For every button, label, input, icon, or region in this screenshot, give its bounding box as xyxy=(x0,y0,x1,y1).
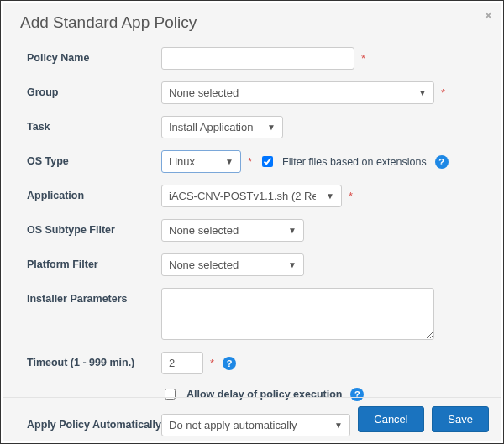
dialog-title: Add Standard App Policy xyxy=(20,13,197,31)
policy-name-input[interactable] xyxy=(161,47,354,70)
group-value: None selected xyxy=(169,86,239,99)
group-select[interactable]: None selected ▼ xyxy=(161,81,434,104)
policy-name-label: Policy Name xyxy=(27,47,161,64)
required-icon: * xyxy=(248,155,252,168)
group-label: Group xyxy=(27,81,161,98)
platform-value: None selected xyxy=(169,259,239,271)
chevron-down-icon: ▼ xyxy=(225,157,234,166)
os-type-select[interactable]: Linux ▼ xyxy=(161,150,241,173)
help-icon[interactable]: ? xyxy=(435,155,449,169)
installer-label: Installer Parameters xyxy=(27,288,161,305)
task-select[interactable]: Install Application ▼ xyxy=(161,116,283,138)
task-value: Install Application xyxy=(169,121,253,133)
close-icon[interactable]: × xyxy=(485,8,492,24)
chevron-down-icon: ▼ xyxy=(267,123,276,132)
save-button[interactable]: Save xyxy=(432,406,489,432)
chevron-down-icon: ▼ xyxy=(288,260,297,269)
dialog-header: Add Standard App Policy × xyxy=(3,3,501,39)
help-icon[interactable]: ? xyxy=(223,357,236,370)
os-subtype-label: OS Subtype Filter xyxy=(27,219,161,236)
filter-extensions-label: Filter files based on extensions xyxy=(282,156,427,168)
application-value: iACS-CNV-POSTv1.1.sh (2 Reposi xyxy=(169,190,316,202)
chevron-down-icon: ▼ xyxy=(326,191,334,201)
application-select[interactable]: iACS-CNV-POSTv1.1.sh (2 Reposi ▼ xyxy=(161,185,342,207)
timeout-input[interactable] xyxy=(161,352,203,374)
required-icon: * xyxy=(361,52,365,65)
chevron-down-icon: ▼ xyxy=(418,88,427,97)
os-subtype-value: None selected xyxy=(169,224,239,237)
chevron-down-icon: ▼ xyxy=(288,226,297,235)
platform-select[interactable]: None selected ▼ xyxy=(161,253,304,276)
required-icon: * xyxy=(441,86,445,99)
os-type-label: OS Type xyxy=(27,150,161,167)
required-icon: * xyxy=(210,357,214,369)
dialog-body: Policy Name * Group None selected ▼ * Ta… xyxy=(3,39,501,436)
platform-label: Platform Filter xyxy=(27,253,161,270)
timeout-label: Timeout (1 - 999 min.) xyxy=(27,352,161,368)
dialog-footer: Cancel Save xyxy=(3,397,501,441)
os-subtype-select[interactable]: None selected ▼ xyxy=(161,219,304,242)
application-label: Application xyxy=(27,185,161,201)
cancel-button[interactable]: Cancel xyxy=(358,406,423,432)
task-label: Task xyxy=(27,116,161,133)
required-icon: * xyxy=(349,190,353,202)
filter-extensions-checkbox[interactable] xyxy=(262,156,273,167)
os-type-value: Linux xyxy=(169,155,195,168)
installer-params-input[interactable] xyxy=(161,288,434,340)
